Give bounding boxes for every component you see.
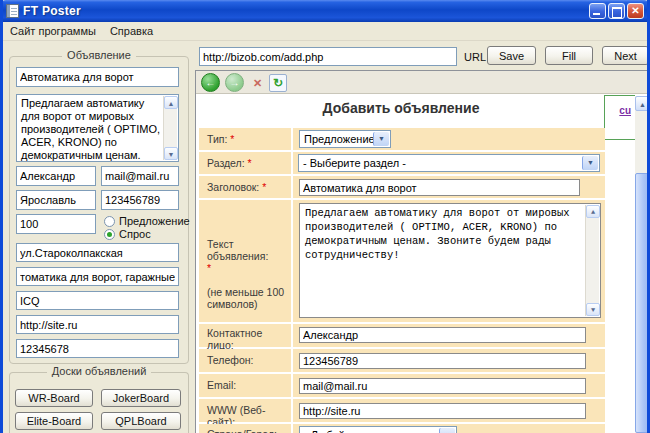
section-select[interactable]: - Выберите раздел -▼ bbox=[298, 154, 600, 172]
site-input[interactable] bbox=[16, 315, 179, 334]
section-value-cell: - Выберите раздел -▼ bbox=[293, 152, 605, 174]
headline-label-cell: Заголовок: * bbox=[199, 176, 291, 198]
number-input[interactable] bbox=[16, 339, 179, 358]
ad-title-input[interactable] bbox=[16, 67, 179, 87]
page-scroll-up-icon[interactable]: ▲ bbox=[635, 96, 650, 111]
radio-demand-label: Спрос bbox=[119, 228, 151, 240]
app-window: FT Poster ✕ Сайт программы Справка Объяв… bbox=[0, 0, 650, 433]
radio-demand-circle[interactable] bbox=[104, 229, 115, 240]
keywords-input[interactable] bbox=[16, 267, 179, 286]
next-button[interactable]: Next bbox=[602, 46, 649, 65]
jokerboard-button[interactable]: JokerBoard bbox=[101, 389, 181, 407]
contact-name-input[interactable] bbox=[16, 166, 96, 186]
wr-board-button[interactable]: WR-Board bbox=[15, 389, 93, 407]
scroll-down-icon[interactable]: ▼ bbox=[586, 303, 600, 316]
icq-input[interactable] bbox=[16, 291, 179, 310]
chevron-down-icon[interactable]: ▼ bbox=[439, 428, 455, 433]
email-input[interactable] bbox=[101, 166, 179, 186]
refresh-icon[interactable]: ↻ bbox=[269, 74, 287, 92]
menu-site-link[interactable]: Сайт программы bbox=[3, 23, 103, 39]
side-link[interactable]: cu bbox=[619, 105, 631, 116]
ad-text-scrollbar[interactable]: ▲▼ bbox=[163, 96, 177, 160]
url-input[interactable] bbox=[199, 47, 457, 66]
adtext-scrollbar[interactable]: ▲▼ bbox=[585, 205, 599, 316]
save-button[interactable]: Save bbox=[487, 46, 536, 65]
contact-person-input[interactable] bbox=[299, 327, 586, 343]
forward-icon[interactable]: → bbox=[225, 73, 244, 92]
minimize-button[interactable] bbox=[589, 3, 606, 19]
menu-bar: Сайт программы Справка bbox=[3, 22, 647, 41]
announcement-group-title: Объявление bbox=[10, 49, 188, 61]
region-value-cell: - Любой регион -▼ bbox=[293, 424, 605, 433]
chevron-down-icon[interactable]: ▼ bbox=[373, 132, 389, 146]
elite-board-button[interactable]: Elite-Board bbox=[15, 412, 93, 430]
title-bar[interactable]: FT Poster ✕ bbox=[0, 0, 650, 22]
browser-toolbar bbox=[196, 71, 650, 94]
radio-offer[interactable]: Предложение bbox=[104, 215, 190, 227]
headline-input[interactable] bbox=[299, 179, 580, 196]
www-label-cell: WWW (Веб-сайт): bbox=[199, 399, 291, 422]
radio-demand[interactable]: Спрос bbox=[104, 228, 151, 240]
scroll-up-icon[interactable]: ▲ bbox=[586, 205, 600, 218]
back-icon[interactable]: ← bbox=[201, 73, 220, 92]
type-select[interactable]: Предложение▼ bbox=[299, 130, 391, 148]
www-value-cell bbox=[293, 399, 605, 422]
boards-group-title: Доски объявлений bbox=[10, 365, 188, 377]
headline-value-cell bbox=[293, 176, 605, 198]
close-button[interactable]: ✕ bbox=[627, 3, 644, 19]
phone-input[interactable] bbox=[101, 190, 179, 210]
page-scrollbar[interactable]: ▲ bbox=[635, 96, 650, 433]
phone-web-input[interactable] bbox=[299, 353, 586, 369]
page-title: Добавить объявление bbox=[199, 100, 603, 116]
section-label-cell: Раздел: * bbox=[199, 152, 291, 174]
menu-help[interactable]: Справка bbox=[103, 23, 160, 39]
region-select[interactable]: - Любой регион -▼ bbox=[299, 426, 457, 433]
maximize-button[interactable] bbox=[608, 3, 625, 19]
url-label: URL bbox=[464, 51, 486, 63]
ad-text-value: Предлагаем автоматику для ворот от миров… bbox=[21, 97, 160, 162]
email-value-cell bbox=[293, 374, 605, 397]
fill-button[interactable]: Fill bbox=[545, 46, 593, 65]
contact-value-cell bbox=[293, 324, 605, 347]
phone-label-cell: Телефон: bbox=[199, 349, 291, 372]
radio-offer-label: Предложение bbox=[119, 215, 190, 227]
app-icon bbox=[6, 4, 19, 18]
chevron-down-icon[interactable]: ▼ bbox=[582, 156, 598, 170]
contact-label-cell: Контактное лицо:* bbox=[199, 324, 291, 347]
adtext-value-cell: Предлагаем автоматику для ворот от миров… bbox=[293, 200, 605, 322]
address-input[interactable] bbox=[16, 243, 179, 262]
price-input[interactable] bbox=[16, 214, 96, 234]
www-input[interactable] bbox=[299, 403, 586, 419]
adtext-label-cell: Текст объявления: * (не меньше 100 симво… bbox=[199, 200, 291, 322]
qplboard-button[interactable]: QPLBoard bbox=[101, 412, 181, 430]
city-input[interactable] bbox=[16, 190, 96, 210]
window-title: FT Poster bbox=[23, 4, 81, 18]
adtext-note: (не меньше 100 символов) bbox=[207, 286, 284, 310]
email-label-cell: Email: bbox=[199, 374, 291, 397]
type-label-cell: Тип: * bbox=[199, 128, 291, 150]
email-web-input[interactable] bbox=[299, 378, 586, 394]
stop-icon[interactable]: ✕ bbox=[253, 77, 262, 89]
radio-offer-circle[interactable] bbox=[104, 216, 115, 227]
phone-value-cell bbox=[293, 349, 605, 372]
page-scroll-thumb[interactable] bbox=[635, 173, 650, 433]
scroll-down-icon[interactable]: ▼ bbox=[164, 147, 178, 160]
adtext-textarea[interactable]: Предлагаем автоматику для ворот от миров… bbox=[299, 203, 601, 318]
type-value-cell: Предложение▼ bbox=[293, 128, 605, 150]
side-box: cu bbox=[604, 95, 635, 140]
region-label-cell: Страна/Город: bbox=[199, 424, 291, 433]
ad-text-input[interactable]: Предлагаем автоматику для ворот от миров… bbox=[16, 94, 179, 162]
scroll-up-icon[interactable]: ▲ bbox=[164, 96, 178, 109]
